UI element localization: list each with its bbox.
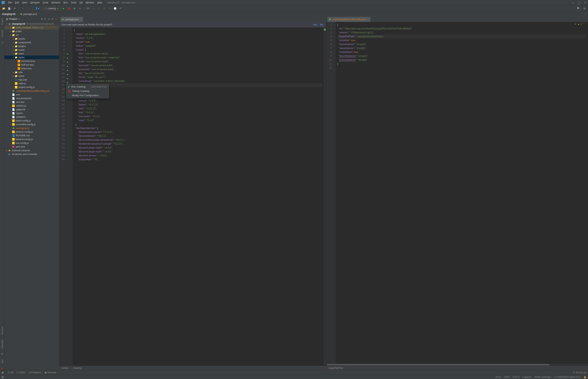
tw-placeholder-icon[interactable]: ▣ bbox=[1, 371, 4, 374]
git-revert-icon[interactable]: ↶ bbox=[119, 6, 123, 11]
search-icon[interactable]: 🔍 bbox=[576, 6, 581, 11]
close-tab-icon[interactable]: ✕ bbox=[367, 18, 369, 21]
tree-item[interactable]: 🧶yarn.lock bbox=[4, 145, 59, 149]
tab-crawling-config[interactable]: ⬢ .crawlingstyletocssfileconfig.json ✕ bbox=[327, 17, 370, 22]
gear-icon[interactable]: ⚙ bbox=[51, 18, 53, 20]
tool-tab-npm[interactable]: npm bbox=[1, 358, 3, 364]
tool-tab-commit[interactable]: Commit bbox=[1, 29, 3, 38]
tree-item[interactable]: 📄.prettierrc bbox=[4, 115, 59, 119]
menu-view[interactable]: View bbox=[21, 0, 29, 4]
star-icon[interactable]: ★ bbox=[1, 353, 3, 355]
code-content[interactable]: { "url": "https://docs.qq.com/sheet/DQ2p… bbox=[336, 22, 588, 364]
git-update-icon[interactable]: ✓ bbox=[91, 6, 95, 11]
git-push-icon[interactable]: ↗ bbox=[102, 6, 106, 11]
tree-item[interactable]: ▸📁public bbox=[4, 29, 59, 33]
tool-tab-project[interactable]: Project bbox=[1, 18, 3, 26]
back-icon[interactable]: ← bbox=[21, 6, 25, 11]
branch-icon[interactable]: ⎇ bbox=[1, 41, 3, 44]
run-line-icon[interactable]: ▶ bbox=[67, 73, 69, 76]
tree-item[interactable]: 🟧index.less bbox=[4, 67, 59, 70]
status-eol[interactable]: CRLF bbox=[504, 376, 510, 379]
close-tab-icon[interactable]: ✕ bbox=[80, 18, 82, 21]
expand-icon[interactable]: ⇱ bbox=[44, 18, 46, 20]
debug-icon[interactable]: 🐞 bbox=[67, 6, 71, 11]
tree-item[interactable]: ⬢package.json bbox=[4, 126, 59, 130]
menu-run[interactable]: Run bbox=[62, 0, 69, 4]
tree-item[interactable]: 🟧fedFont.less bbox=[4, 63, 59, 67]
menu-tools[interactable]: Tools bbox=[70, 0, 78, 4]
tool-tab-structure[interactable]: Structure bbox=[1, 326, 3, 336]
locate-icon[interactable]: ⊕ bbox=[41, 18, 43, 20]
tree-item[interactable]: 🟨commitlint.config.js bbox=[4, 123, 59, 126]
maximize-icon[interactable]: ▢ bbox=[578, 1, 581, 4]
menu-refactor[interactable]: Refactor bbox=[50, 0, 62, 4]
tree-item[interactable]: 📄.env.test bbox=[4, 100, 59, 104]
tree-item[interactable]: ▸📁utils bbox=[4, 70, 59, 74]
tree-item[interactable]: 🟨tailwind.config.js bbox=[4, 137, 59, 141]
user-icon[interactable]: 👤▾ bbox=[35, 6, 39, 11]
git-clock-icon[interactable]: 🕐 bbox=[113, 6, 117, 11]
code-content[interactable]: { "name": "ykj-sub-application", "versio… bbox=[73, 27, 324, 366]
tree-item[interactable]: ▸📁components bbox=[4, 41, 59, 44]
run-config-selector[interactable]: crawling ▾ bbox=[43, 6, 60, 11]
tree-item[interactable]: 📄.gitignore bbox=[4, 108, 59, 111]
tree-item[interactable]: 🟨vue.config.js bbox=[4, 141, 59, 145]
git-history-icon[interactable]: ⬇ bbox=[108, 6, 112, 11]
status-branch[interactable]: ⎇ f-20220307-sprint-10-1 bbox=[554, 376, 581, 379]
run-line-icon[interactable]: ▶ bbox=[67, 81, 69, 84]
tree-item[interactable]: 📘README.md bbox=[4, 134, 59, 137]
menu-file[interactable]: File bbox=[7, 0, 13, 4]
menu-code[interactable]: Code bbox=[41, 0, 50, 4]
tree-item[interactable]: ⬢.crawlingstyletocssfileconfig.json bbox=[4, 89, 59, 93]
horizontal-scrollbar[interactable] bbox=[326, 364, 588, 366]
ctx-item[interactable]: Modify Run Configuration... bbox=[66, 93, 109, 98]
run-line-icon[interactable]: ▶ bbox=[67, 61, 69, 63]
breadcrumb-root[interactable]: charging-h5 bbox=[2, 13, 15, 16]
tool-tab-favorites[interactable]: Favorites bbox=[1, 339, 3, 349]
menu-git[interactable]: Git bbox=[78, 0, 84, 4]
coverage-icon[interactable]: ⬢ bbox=[72, 6, 77, 11]
tree-item[interactable]: 📄.env.production bbox=[4, 96, 59, 100]
tool-tab-event-log[interactable]: 🗨 Event Log bbox=[573, 371, 587, 374]
menu-edit[interactable]: Edit bbox=[14, 0, 20, 4]
status-encoding[interactable]: UTF-8 bbox=[513, 376, 519, 379]
git-commit-icon[interactable]: ✓ bbox=[97, 6, 101, 11]
tree-item[interactable]: ▸📁views bbox=[4, 74, 59, 78]
status-time[interactable]: 15:12 bbox=[495, 376, 501, 379]
status-lang[interactable]: JSON: package bbox=[534, 376, 551, 379]
npm-icon[interactable]: ■ bbox=[1, 367, 3, 370]
run-line-icon[interactable]: ▶ bbox=[67, 69, 69, 71]
close-icon[interactable]: ✕ bbox=[584, 1, 587, 4]
tree-item[interactable]: ▸📁store bbox=[4, 52, 59, 55]
menu-help[interactable]: Help bbox=[96, 0, 103, 4]
run-line-icon[interactable]: ▶ bbox=[67, 53, 69, 55]
tool-tab-problems[interactable]: ⊘ Problems bbox=[29, 371, 41, 374]
run-icon[interactable]: ▶ bbox=[61, 6, 66, 11]
tree-item[interactable]: 🟨.eslintrc.js bbox=[4, 104, 59, 108]
tool-tab-todo[interactable]: ≡ TODO bbox=[16, 371, 25, 374]
breadcrumb-file[interactable]: package.json bbox=[23, 13, 37, 16]
save-icon[interactable]: 💾 bbox=[7, 6, 11, 11]
run-line-icon[interactable]: ▶ bbox=[67, 65, 69, 67]
chevron-up-icon[interactable]: ˆ bbox=[583, 23, 583, 26]
inspection-widget[interactable]: ✔ ▲ 2 ˆ ˇ bbox=[574, 23, 585, 26]
stop-icon[interactable]: ■ bbox=[78, 6, 82, 11]
tree-item[interactable]: 🟨postcss.config.js bbox=[4, 130, 59, 134]
tree-item[interactable]: ▸📁router bbox=[4, 48, 59, 52]
status-indent[interactable]: 2 spaces bbox=[522, 376, 532, 379]
chevron-down-icon[interactable]: ˇ bbox=[584, 23, 585, 26]
run-line-icon[interactable]: ▶ bbox=[67, 78, 69, 79]
tree-item[interactable]: 📄.env bbox=[4, 93, 59, 96]
tree-item[interactable]: ▾📁src bbox=[4, 33, 59, 37]
menu-navigate[interactable]: Navigate bbox=[29, 0, 41, 4]
ctx-item[interactable]: ▶Run 'crawling'Ctrl+Shift+F10 bbox=[66, 85, 109, 89]
menu-window[interactable]: Window bbox=[84, 0, 96, 4]
tree-item[interactable]: 🟨main.js bbox=[4, 81, 59, 85]
hide-icon[interactable]: — bbox=[55, 18, 57, 20]
open-icon[interactable]: 📂 bbox=[1, 6, 6, 11]
ctx-item[interactable]: 🐞Debug 'crawling' bbox=[66, 89, 109, 93]
editor-left-code[interactable]: 1234567891011121314151617181920212223242… bbox=[59, 27, 326, 366]
settings-icon[interactable]: ⚙ bbox=[582, 6, 587, 11]
tree-item[interactable]: ▾📁styles bbox=[4, 55, 59, 59]
notif-no[interactable]: No bbox=[320, 23, 323, 26]
